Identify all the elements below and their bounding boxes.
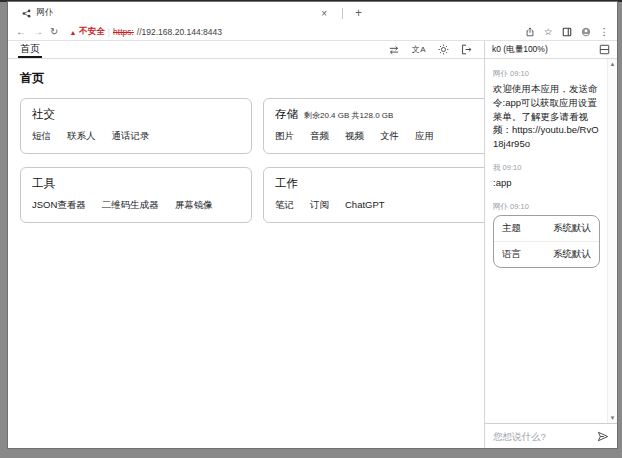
security-warning-icon: ▲	[69, 29, 76, 36]
tab-strip: 网仆 × +	[8, 2, 617, 24]
address-bar: ← → ↻ ▲ 不安全 | https: //192.168.20.144:84…	[8, 24, 617, 41]
card-links: 笔记订阅ChatGPT	[275, 199, 478, 212]
scrollbar[interactable]: ▲ ▼	[607, 59, 617, 423]
tab-separator	[342, 8, 343, 19]
settings-menu-row[interactable]: 语言系统默认	[494, 241, 599, 267]
cards-grid: 社交短信联系人通话记录存储剩余20.4 GB 共128.0 GB图片音频视频文件…	[20, 98, 472, 223]
card-title: 工作	[275, 176, 298, 191]
message-list: 网仆 09:10欢迎使用本应用，发送命令:app可以获取应用设置菜单。了解更多请…	[485, 59, 617, 423]
card-link[interactable]: 屏幕镜像	[175, 199, 213, 212]
url-scheme: https:	[113, 27, 134, 37]
card-link[interactable]: JSON查看器	[32, 199, 86, 212]
setting-label: 语言	[502, 248, 521, 261]
card-social: 社交短信联系人通话记录	[20, 98, 252, 154]
browser-tab[interactable]: 网仆 ×	[16, 2, 336, 24]
favicon-icon	[22, 9, 31, 18]
setting-label: 主题	[502, 222, 521, 235]
setting-value: 系统默认	[553, 222, 591, 235]
device-status-label: k0 (电量100%)	[492, 44, 599, 56]
settings-menu-row[interactable]: 主题系统默认	[494, 216, 599, 241]
card-tools: 工具JSON查看器二维码生成器屏幕镜像	[20, 167, 252, 223]
messages-container: 网仆 09:10欢迎使用本应用，发送命令:app可以获取应用设置菜单。了解更多请…	[493, 69, 600, 268]
page-title: 首页	[20, 70, 472, 87]
card-link[interactable]: 通话记录	[112, 130, 150, 143]
logout-icon[interactable]	[461, 44, 472, 55]
send-icon[interactable]	[597, 431, 609, 442]
settings-menu-card: 主题系统默认语言系统默认	[493, 215, 600, 268]
side-panel-icon[interactable]	[562, 27, 572, 37]
chrome-actions: ☆ ⋮	[525, 27, 609, 37]
page-nav-bar: 首页 文A	[8, 41, 484, 59]
scroll-up-icon[interactable]: ▲	[610, 59, 616, 69]
card-link[interactable]: 图片	[275, 130, 294, 143]
tab-title: 网仆	[36, 7, 318, 19]
card-links: JSON查看器二维码生成器屏幕镜像	[32, 199, 240, 212]
back-icon[interactable]: ←	[16, 27, 26, 37]
chat-input-row	[485, 423, 617, 448]
page-body: 首页 文A 首页	[8, 41, 617, 448]
message-sender-time: 我 09:10	[493, 163, 600, 173]
message-sender-time: 网仆 09:10	[493, 69, 600, 79]
security-warning-label[interactable]: 不安全	[79, 26, 105, 38]
card-link[interactable]: 文件	[380, 130, 399, 143]
tab-home[interactable]: 首页	[18, 41, 42, 58]
new-tab-button[interactable]: +	[349, 6, 368, 20]
card-links: 图片音频视频文件应用	[275, 130, 478, 143]
card-title: 存储	[275, 107, 298, 122]
card-link[interactable]: 笔记	[275, 199, 294, 212]
chat-input[interactable]	[493, 431, 591, 442]
sidebar-header: k0 (电量100%)	[485, 41, 617, 59]
translate-icon[interactable]: 文A	[412, 46, 426, 54]
card-title: 社交	[32, 107, 55, 122]
main-area: 首页 文A 首页	[8, 41, 484, 448]
card-storage: 存储剩余20.4 GB 共128.0 GB图片音频视频文件应用	[263, 98, 484, 154]
card-link[interactable]: 视频	[345, 130, 364, 143]
url-host: //192.168.20.144:8443	[137, 27, 222, 37]
forward-icon[interactable]: →	[33, 27, 43, 37]
url-field[interactable]: ▲ 不安全 | https: //192.168.20.144:8443	[65, 26, 518, 38]
chat-message: 网仆 09:10欢迎使用本应用，发送命令:app可以获取应用设置菜单。了解更多请…	[493, 69, 600, 151]
chat-message: 网仆 09:10主题系统默认语言系统默认	[493, 202, 600, 268]
kebab-menu-icon[interactable]: ⋮	[600, 27, 610, 37]
card-title: 工具	[32, 176, 55, 191]
card-link[interactable]: 音频	[310, 130, 329, 143]
bookmark-star-icon[interactable]: ☆	[544, 27, 553, 37]
card-link[interactable]: 订阅	[310, 199, 329, 212]
card-subtitle: 剩余20.4 GB 共128.0 GB	[304, 110, 393, 121]
main-content: 首页 社交短信联系人通话记录存储剩余20.4 GB 共128.0 GB图片音频视…	[8, 59, 484, 234]
url-separator: |	[108, 27, 110, 37]
card-link[interactable]: 短信	[32, 130, 51, 143]
scroll-down-icon[interactable]: ▼	[610, 413, 616, 423]
profile-avatar-icon[interactable]	[581, 27, 591, 37]
collapse-panel-icon[interactable]	[599, 44, 610, 55]
tab-close-icon[interactable]: ×	[318, 8, 330, 19]
transfer-icon[interactable]	[388, 45, 400, 55]
share-icon[interactable]	[525, 27, 535, 37]
card-work: 工作笔记订阅ChatGPT	[263, 167, 484, 223]
chat-sidebar: k0 (电量100%) 网仆 09:10欢迎使用本应用，发送命令:app可以获取…	[484, 41, 617, 448]
message-sender-time: 网仆 09:10	[493, 202, 600, 212]
card-link[interactable]: 应用	[415, 130, 434, 143]
chat-message: 我 09:10:app	[493, 163, 600, 190]
card-link[interactable]: ChatGPT	[345, 199, 385, 212]
page-toolbar: 文A	[388, 44, 484, 55]
card-link[interactable]: 二维码生成器	[102, 199, 159, 212]
setting-value: 系统默认	[553, 248, 591, 261]
theme-icon[interactable]	[438, 44, 449, 55]
reload-icon[interactable]: ↻	[50, 27, 58, 37]
card-link[interactable]: 联系人	[67, 130, 96, 143]
card-links: 短信联系人通话记录	[32, 130, 240, 143]
message-text: :app	[493, 176, 600, 190]
message-text: 欢迎使用本应用，发送命令:app可以获取应用设置菜单。了解更多请看视频：http…	[493, 82, 600, 151]
desktop-frame: 网仆 × + ← → ↻ ▲ 不安全 | https: //192.168.20…	[0, 0, 622, 458]
browser-window: 网仆 × + ← → ↻ ▲ 不安全 | https: //192.168.20…	[8, 2, 617, 448]
